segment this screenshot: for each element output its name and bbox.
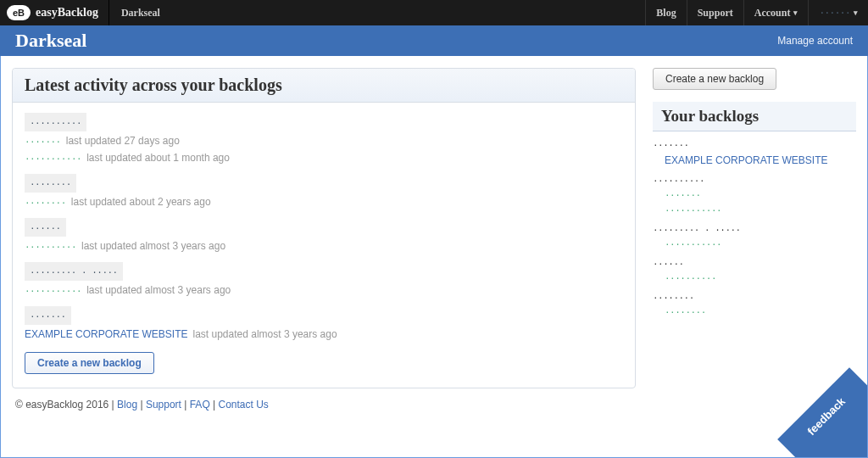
activity-backlog-link[interactable]: ··········· (25, 286, 81, 296)
activity-body: ·················last updated 27 days ag… (13, 103, 635, 388)
activity-group-head: ········· · ····· (25, 262, 123, 281)
top-nav: eB easyBacklog Darkseal Blog Support Acc… (0, 0, 868, 25)
activity-backlog-link[interactable]: ·········· (25, 242, 76, 252)
footer-blog-link[interactable]: Blog (117, 399, 137, 411)
footer: © easyBacklog 2016 | Blog | Support | FA… (0, 388, 868, 421)
top-nav-left: eB easyBacklog Darkseal (0, 0, 172, 25)
caret-down-icon: ▾ (793, 8, 798, 17)
nav-support-label: Support (698, 7, 733, 20)
nav-support[interactable]: Support (687, 0, 743, 25)
account-header: Darkseal Manage account (0, 25, 868, 56)
activity-group-head: ········ (25, 174, 76, 193)
activity-backlog-link[interactable]: ··········· (25, 154, 81, 164)
activity-group-head-label: ······ (30, 223, 61, 233)
nav-account-label: Account (754, 7, 791, 20)
activity-group-head-label: ········· · ····· (30, 267, 118, 277)
sidebar-group-head: ······ (653, 259, 856, 269)
activity-timestamp: last updated about 2 years ago (71, 196, 211, 208)
activity-backlog-line: ········last updated about 2 years ago (25, 193, 623, 209)
sidebar-backlog-link[interactable]: EXAMPLE CORPORATE WEBSITE (653, 152, 856, 169)
activity-backlog-line: ···········last updated about 1 month ag… (25, 148, 623, 165)
activity-panel-header: Latest activity across your backlogs (13, 69, 635, 103)
footer-contact-link[interactable]: Contact Us (219, 399, 269, 411)
sidebar-backlog-link[interactable]: ······· (653, 187, 856, 203)
sidebar: Create a new backlog Your backlogs ·····… (653, 68, 856, 388)
brand-logo-icon: eB (7, 5, 31, 20)
activity-backlog-link[interactable]: ······· (25, 137, 61, 147)
main-content: Latest activity across your backlogs ···… (0, 56, 868, 388)
activity-group-head: ······· (25, 306, 71, 325)
nav-blog-label: Blog (656, 7, 676, 20)
sidebar-group-head: ······· (653, 140, 856, 150)
activity-group-head-label: ·········· (30, 118, 81, 128)
activity-timestamp: last updated about 1 month ago (86, 152, 230, 164)
sidebar-group-head: ·········· (653, 176, 856, 186)
activity-group-head: ·········· (25, 113, 86, 131)
your-backlogs-heading: Your backlogs (653, 102, 856, 131)
nav-account-dropdown[interactable]: Account ▾ (743, 0, 809, 25)
context-breadcrumb[interactable]: Darkseal (109, 7, 172, 20)
activity-heading: Latest activity across your backlogs (25, 75, 623, 95)
create-backlog-button[interactable]: Create a new backlog (653, 68, 776, 90)
activity-group-head: ······ (25, 218, 66, 237)
footer-support-link[interactable]: Support (146, 399, 181, 411)
sidebar-backlog-link[interactable]: ·········· (653, 271, 856, 286)
activity-backlog-line: ···········last updated almost 3 years a… (25, 281, 623, 298)
caret-down-icon: ▾ (854, 8, 858, 17)
activity-group-head-label: ······· (30, 311, 66, 321)
activity-backlog-line: ··········last updated almost 3 years ag… (25, 237, 623, 254)
footer-faq-link[interactable]: FAQ (190, 399, 210, 411)
activity-backlog-line: EXAMPLE CORPORATE WEBSITElast updated al… (25, 325, 623, 342)
activity-timestamp: last updated almost 3 years ago (81, 240, 225, 252)
nav-user-dropdown[interactable]: ······ ▾ (808, 0, 868, 25)
sidebar-backlog-link[interactable]: ··········· (653, 203, 856, 218)
nav-user-label: ······ (819, 8, 850, 18)
activity-backlog-link[interactable]: ········ (25, 198, 66, 208)
brand-text: easyBacklog (36, 6, 98, 20)
sidebar-groups: ·······EXAMPLE CORPORATE WEBSITE········… (653, 140, 856, 320)
create-backlog-button[interactable]: Create a new backlog (25, 352, 154, 374)
brand[interactable]: eB easyBacklog (0, 0, 109, 25)
manage-account-link[interactable]: Manage account (777, 35, 853, 47)
context-breadcrumb-label: Darkseal (121, 7, 160, 20)
top-nav-right: Blog Support Account ▾ ······ ▾ (645, 0, 868, 25)
footer-copyright: © easyBacklog 2016 (15, 399, 108, 411)
sidebar-group-head: ········ (653, 293, 856, 303)
activity-backlog-line: ·······last updated 27 days ago (25, 131, 623, 148)
activity-panel: Latest activity across your backlogs ···… (12, 68, 636, 388)
activity-backlog-link[interactable]: EXAMPLE CORPORATE WEBSITE (25, 328, 187, 340)
sidebar-backlog-link[interactable]: ········ (653, 304, 856, 320)
activity-timestamp: last updated 27 days ago (66, 135, 180, 147)
activity-timestamp: last updated almost 3 years ago (86, 284, 231, 296)
activity-group-head-label: ········ (30, 179, 71, 189)
nav-blog[interactable]: Blog (645, 0, 686, 25)
sidebar-backlog-link[interactable]: ··········· (653, 237, 856, 252)
sidebar-group-head: ········· · ····· (653, 225, 856, 235)
activity-timestamp: last updated almost 3 years ago (192, 328, 337, 340)
account-title: Darkseal (15, 30, 86, 52)
